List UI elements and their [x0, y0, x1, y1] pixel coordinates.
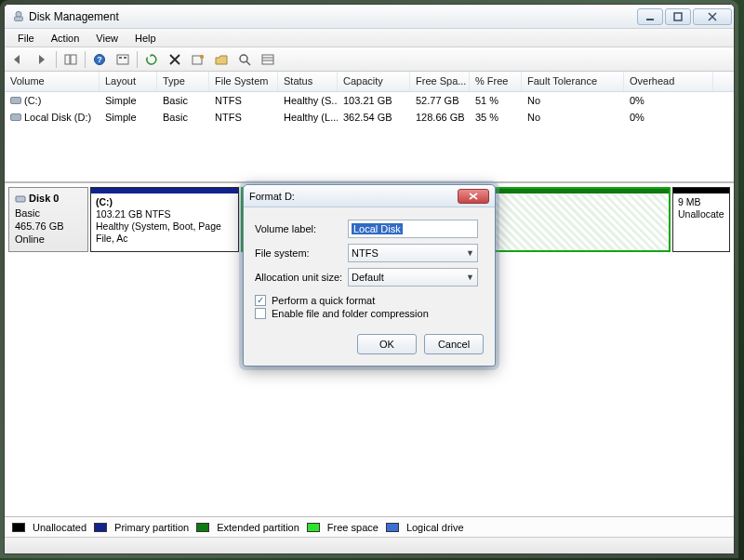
- col-fault[interactable]: Fault Tolerance: [522, 72, 624, 91]
- refresh-button[interactable]: [141, 50, 162, 69]
- list-view-button[interactable]: [258, 50, 278, 69]
- col-capacity[interactable]: Capacity: [338, 72, 410, 91]
- svg-rect-3: [674, 13, 682, 20]
- col-status[interactable]: Status: [278, 72, 338, 91]
- svg-rect-4: [65, 55, 70, 64]
- col-volume[interactable]: Volume: [5, 72, 100, 91]
- disk-info[interactable]: Disk 0 Basic 465.76 GB Online: [8, 187, 88, 252]
- partition-c[interactable]: (C:) 103.21 GB NTFS Healthy (System, Boo…: [90, 187, 239, 252]
- legend-free-swatch: [307, 523, 320, 532]
- partition-unallocated[interactable]: 9 MB Unallocate: [672, 187, 730, 252]
- col-filesystem[interactable]: File System: [209, 72, 278, 91]
- menu-view[interactable]: View: [88, 31, 126, 46]
- settings-button[interactable]: [113, 50, 133, 69]
- col-overhead[interactable]: Overhead: [624, 72, 713, 91]
- compression-checkbox[interactable]: [255, 308, 266, 319]
- dialog-titlebar[interactable]: Format D:: [244, 185, 495, 207]
- svg-text:?: ?: [97, 55, 102, 64]
- statusbar: [5, 537, 734, 553]
- dialog-close-button[interactable]: [458, 189, 489, 204]
- quick-format-label: Perform a quick format: [272, 295, 375, 306]
- svg-rect-17: [16, 196, 25, 202]
- compression-label: Enable file and folder compression: [272, 308, 429, 319]
- legend: Unallocated Primary partition Extended p…: [5, 516, 734, 537]
- show-hide-tree-button[interactable]: [60, 50, 81, 69]
- delete-button[interactable]: [165, 50, 185, 69]
- quick-format-checkbox[interactable]: ✓: [255, 295, 266, 306]
- menu-help[interactable]: Help: [127, 31, 164, 46]
- legend-unallocated-swatch: [12, 523, 25, 532]
- chevron-down-icon: ▼: [466, 248, 474, 258]
- menu-action[interactable]: Action: [44, 31, 87, 46]
- svg-point-12: [200, 54, 204, 58]
- legend-extended-swatch: [196, 523, 209, 532]
- svg-rect-9: [119, 57, 122, 59]
- allocation-size-label: Allocation unit size:: [255, 272, 348, 283]
- menu-file[interactable]: File: [10, 31, 42, 46]
- disk-icon: [15, 193, 26, 207]
- col-type[interactable]: Type: [157, 72, 209, 91]
- back-button[interactable]: [8, 50, 29, 69]
- close-button[interactable]: [693, 8, 732, 25]
- open-button[interactable]: [211, 50, 232, 69]
- volume-icon: [10, 113, 21, 121]
- volume-label-input[interactable]: Local Disk: [348, 220, 478, 238]
- col-free[interactable]: Free Spa...: [410, 72, 470, 91]
- legend-primary-swatch: [94, 523, 107, 532]
- format-dialog: Format D: Volume label: Local Disk File …: [243, 184, 496, 367]
- svg-rect-10: [124, 57, 126, 59]
- svg-rect-5: [71, 55, 76, 64]
- chevron-down-icon: ▼: [466, 273, 474, 282]
- properties-button[interactable]: [188, 50, 208, 69]
- allocation-size-dropdown[interactable]: Default ▼: [348, 268, 478, 287]
- svg-rect-1: [15, 17, 23, 20]
- forward-button[interactable]: [32, 50, 52, 69]
- svg-point-13: [240, 55, 247, 62]
- window-title: Disk Management: [29, 10, 119, 23]
- volume-icon: [10, 97, 21, 104]
- legend-logical-swatch: [386, 523, 399, 532]
- cancel-button[interactable]: Cancel: [424, 334, 484, 354]
- file-system-label: File system:: [255, 247, 348, 259]
- titlebar[interactable]: Disk Management: [5, 5, 734, 29]
- dialog-title: Format D:: [249, 191, 458, 202]
- volume-list: Volume Layout Type File System Status Ca…: [5, 72, 734, 182]
- svg-rect-14: [262, 55, 273, 64]
- svg-rect-2: [646, 19, 654, 20]
- svg-point-0: [16, 11, 21, 17]
- volume-label-label: Volume label:: [255, 223, 348, 234]
- menubar: File Action View Help: [5, 29, 734, 47]
- svg-rect-8: [117, 55, 128, 64]
- col-layout[interactable]: Layout: [100, 72, 157, 91]
- ok-button[interactable]: OK: [357, 334, 417, 354]
- toolbar: ?: [5, 47, 734, 72]
- maximize-button[interactable]: [665, 8, 691, 25]
- col-pctfree[interactable]: % Free: [470, 72, 522, 91]
- zoom-button[interactable]: [234, 50, 255, 69]
- minimize-button[interactable]: [637, 8, 663, 25]
- help-button[interactable]: ?: [89, 50, 110, 69]
- table-row[interactable]: Local Disk (D:) Simple Basic NTFS Health…: [5, 109, 734, 126]
- app-icon: [12, 10, 25, 23]
- file-system-dropdown[interactable]: NTFS ▼: [348, 244, 478, 262]
- table-row[interactable]: (C:) Simple Basic NTFS Healthy (S... 103…: [5, 92, 734, 109]
- column-headers: Volume Layout Type File System Status Ca…: [5, 72, 734, 92]
